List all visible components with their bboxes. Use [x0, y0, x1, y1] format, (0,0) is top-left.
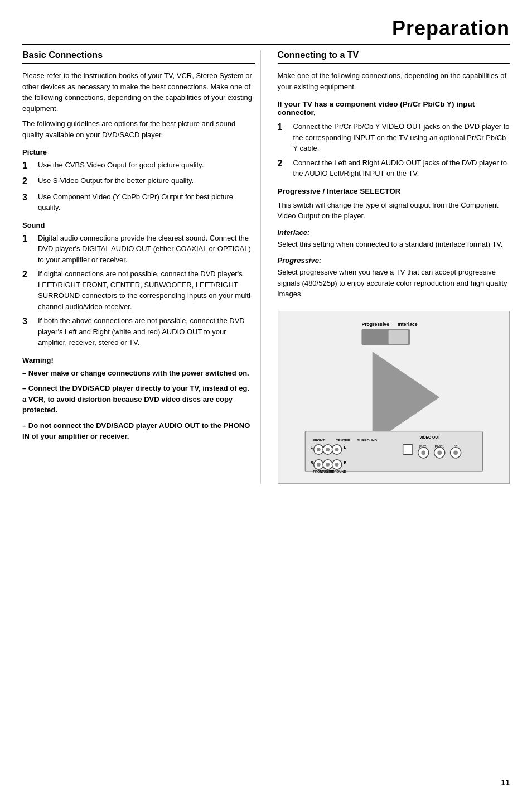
- picture-item-1: Use the CVBS Video Ouput for good pictur…: [38, 160, 255, 171]
- svg-text:R: R: [344, 460, 346, 464]
- sound-list: 1 Digital audio connections provide the …: [22, 233, 255, 348]
- list-item: 3 Use Component Video (Y CbPb CrPr) Outp…: [22, 191, 255, 213]
- picture-item-3: Use Component Video (Y CbPb CrPr) Output…: [38, 191, 255, 213]
- progressive-text: Select progressive when you have a TV th…: [278, 267, 510, 300]
- page-number: 11: [501, 778, 510, 787]
- svg-point-31: [316, 463, 320, 467]
- progressive-intro: This switch will change the type of sign…: [278, 200, 510, 222]
- svg-text:Progressive: Progressive: [361, 321, 389, 326]
- interlace-text: Select this setting when connected to a …: [278, 239, 510, 250]
- sound-item-3: If both the above connections are not po…: [38, 315, 255, 348]
- page-title-bar: Preparation: [22, 17, 510, 45]
- svg-text:VIDEO OUT: VIDEO OUT: [419, 435, 441, 439]
- progressive-label: Progressive:: [278, 256, 510, 265]
- list-item: 2 If digital connections are not possibl…: [22, 268, 255, 312]
- svg-point-16: [453, 450, 458, 455]
- list-item: 2 Connect the Left and Right AUDIO OUT j…: [278, 157, 510, 179]
- picture-list: 1 Use the CVBS Video Ouput for good pict…: [22, 160, 255, 213]
- warning-heading: Warning!: [22, 356, 255, 364]
- svg-point-33: [326, 463, 330, 467]
- page-title: Preparation: [392, 17, 510, 40]
- list-item: 1 Connect the Pr/Cr Pb/Cb Y VIDEO OUT ja…: [278, 121, 510, 154]
- svg-text:FRONT: FRONT: [312, 438, 325, 442]
- progressive-section-heading: Progressive / Interlace SELECTOR: [278, 187, 510, 195]
- connecting-tv-intro: Make one of the following connections, d…: [278, 70, 510, 92]
- svg-point-22: [316, 448, 320, 451]
- page-wrapper: Preparation Basic Connections Please ref…: [0, 0, 532, 798]
- warning-section: Warning! – Never make or change connecti…: [22, 356, 255, 442]
- picture-heading: Picture: [22, 148, 255, 156]
- list-item: 1 Use the CVBS Video Ouput for good pict…: [22, 160, 255, 172]
- svg-point-26: [335, 448, 338, 451]
- svg-text:CENTER: CENTER: [335, 438, 350, 442]
- warning-item-2: – Connect the DVD/SACD player directly t…: [22, 383, 255, 416]
- svg-text:L: L: [310, 445, 312, 449]
- basic-connections-intro: Please refer to the instruction books of…: [22, 70, 255, 114]
- diagram-area: Progressive Interlace VIDEO OUT Pr/Cr: [278, 311, 510, 484]
- svg-text:SURROUND: SURROUND: [356, 438, 377, 442]
- svg-text:SURROUND: SURROUND: [327, 469, 346, 473]
- picture-item-2: Use S-Video Output for the better pictur…: [38, 175, 255, 186]
- right-column: Connecting to a TV Make one of the follo…: [278, 50, 510, 484]
- svg-point-12: [421, 450, 425, 455]
- svg-rect-28: [403, 444, 412, 454]
- columns: Basic Connections Please refer to the in…: [22, 50, 510, 484]
- svg-text:L: L: [344, 445, 346, 449]
- left-column: Basic Connections Please refer to the in…: [22, 50, 261, 484]
- component-section-heading: If your TV has a component video (Pr/Cr …: [278, 100, 510, 117]
- component-item-1: Connect the Pr/Cr Pb/Cb Y VIDEO OUT jack…: [293, 121, 510, 154]
- sound-item-1: Digital audio connections provide the cl…: [38, 233, 255, 266]
- svg-rect-4: [388, 330, 408, 344]
- connecting-tv-heading: Connecting to a TV: [278, 50, 510, 64]
- warning-item-3: – Do not connect the DVD/SACD player AUD…: [22, 420, 255, 442]
- interlace-label: Interlace:: [278, 228, 510, 237]
- svg-text:R: R: [310, 460, 313, 464]
- svg-point-14: [437, 450, 442, 455]
- basic-connections-guidelines: The following guidelines are options for…: [22, 118, 255, 140]
- diagram-svg: Progressive Interlace VIDEO OUT Pr/Cr: [278, 311, 510, 483]
- basic-connections-heading: Basic Connections: [22, 50, 255, 64]
- list-item: 1 Digital audio connections provide the …: [22, 233, 255, 266]
- list-item: 3 If both the above connections are not …: [22, 315, 255, 348]
- svg-text:Interlace: Interlace: [397, 321, 417, 326]
- sound-heading: Sound: [22, 221, 255, 229]
- list-item: 2 Use S-Video Output for the better pict…: [22, 175, 255, 188]
- component-item-2: Connect the Left and Right AUDIO OUT jac…: [293, 157, 510, 179]
- warning-item-1: – Never make or change connections with …: [22, 368, 255, 379]
- sound-item-2: If digital connections are not possible,…: [38, 268, 255, 312]
- svg-point-35: [335, 463, 338, 467]
- component-list: 1 Connect the Pr/Cr Pb/Cb Y VIDEO OUT ja…: [278, 121, 510, 179]
- svg-point-24: [326, 448, 330, 451]
